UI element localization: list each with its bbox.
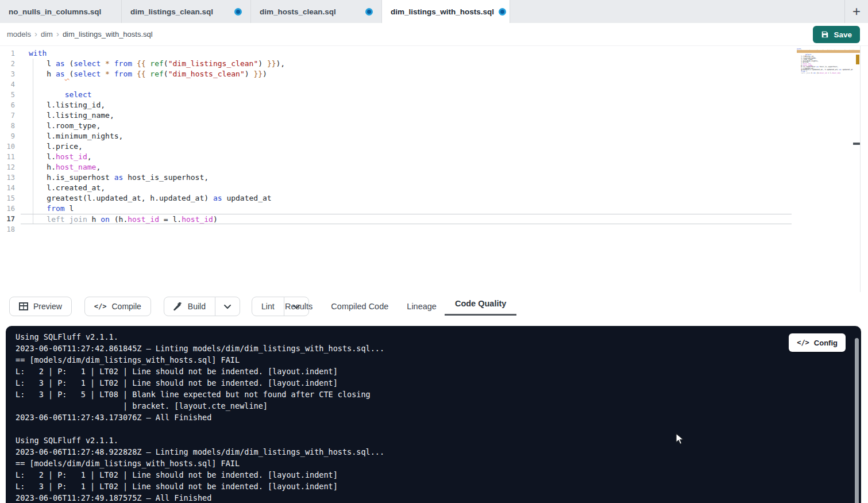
build-split-button: Build xyxy=(164,297,240,316)
code-line[interactable]: 15 greatest(l.updated_at, h.updated_at) … xyxy=(0,193,868,203)
code-text: l.minimum_nights, xyxy=(21,131,792,141)
build-dropdown-button[interactable] xyxy=(215,297,240,316)
terminal-line: 2023-06-06T11:27:48.922828Z — Linting mo… xyxy=(16,446,861,458)
lint-label: Lint xyxy=(261,302,275,311)
terminal-line: Using SQLFluff v2.1.1. xyxy=(16,435,861,446)
line-number: 8 xyxy=(0,121,21,131)
code-line[interactable]: 4 xyxy=(0,79,868,90)
terminal-line: 2023-06-06T11:27:42.861845Z — Linting mo… xyxy=(16,343,861,354)
line-number: 16 xyxy=(0,203,21,214)
chevron-right-icon: › xyxy=(56,29,59,39)
code-line[interactable]: 3 h as (select * from {{ ref("dim_hosts_… xyxy=(0,69,868,79)
code-editor[interactable]: 1with2 l as (select * from {{ ref("dim_l… xyxy=(0,46,868,292)
code-area[interactable]: 1with2 l as (select * from {{ ref("dim_l… xyxy=(0,46,868,235)
terminal-line: 2023-06-06T11:27:43.173076Z — All Finish… xyxy=(16,412,861,423)
code-line[interactable]: 14 l.created_at, xyxy=(0,183,868,193)
panel-tab-results[interactable]: Results xyxy=(285,302,313,311)
terminal-line: L: 3 | P: 5 | LT08 | Blank line expected… xyxy=(16,389,861,400)
code-text: left join h on (h.host_id = l.host_id) xyxy=(21,214,792,224)
breadcrumb-item: models xyxy=(7,30,31,39)
line-number: 18 xyxy=(0,224,21,235)
tab-label: dim_listings_with_hosts.sql xyxy=(391,7,494,16)
breadcrumb: models›dim›dim_listings_with_hosts.sql xyxy=(7,29,153,39)
unsaved-changes-icon[interactable] xyxy=(499,8,506,16)
code-text: l.created_at, xyxy=(21,183,792,193)
scrollbar-lint-mark xyxy=(856,55,859,64)
panel-tab-code-quality[interactable]: Code Quality xyxy=(455,299,506,308)
line-number: 1 xyxy=(0,48,21,59)
code-text: h as (select * from {{ ref("dim_hosts_cl… xyxy=(21,69,792,79)
line-number: 13 xyxy=(0,172,21,183)
code-text: l.room_type, xyxy=(21,121,792,131)
terminal-line: Using SQLFluff v2.1.1. xyxy=(16,331,861,343)
compile-label: Compile xyxy=(111,302,141,311)
code-line[interactable]: 13 h.is_superhost as host_is_superhost, xyxy=(0,172,868,183)
lint-button[interactable]: Lint xyxy=(252,297,284,316)
tab-label: dim_hosts_clean.sql xyxy=(260,7,336,16)
line-number: 6 xyxy=(0,100,21,110)
code-line[interactable]: 12 h.host_name, xyxy=(0,162,868,172)
terminal-scrollbar[interactable] xyxy=(855,338,859,503)
table-grid-icon xyxy=(19,302,28,310)
code-line[interactable]: 18 xyxy=(0,224,868,235)
line-number: 14 xyxy=(0,183,21,193)
terminal-panel[interactable]: Using SQLFluff v2.1.1.2023-06-06T11:27:4… xyxy=(6,326,861,503)
code-text: greatest(l.updated_at, h.updated_at) as … xyxy=(21,193,792,203)
code-text: from l xyxy=(21,203,792,214)
terminal-line: 2023-06-06T11:27:49.187575Z — All Finish… xyxy=(16,492,861,503)
line-number: 4 xyxy=(0,79,21,90)
line-number: 10 xyxy=(0,141,21,152)
tab-bar: no_nulls_in_columns.sqldim_listings_clea… xyxy=(0,0,868,23)
code-line[interactable]: 10 l.price, xyxy=(0,141,868,152)
save-button-label: Save xyxy=(834,30,852,39)
code-text: h.host_name, xyxy=(21,162,792,172)
save-button[interactable]: Save xyxy=(813,26,860,43)
code-line[interactable]: 5 select xyxy=(0,90,868,100)
code-text: l.price, xyxy=(21,141,792,152)
code-line[interactable]: 7 l.listing_name, xyxy=(0,110,868,121)
code-line[interactable]: 1with xyxy=(0,48,868,59)
unsaved-changes-icon[interactable] xyxy=(234,8,242,16)
config-button[interactable]: </> Config xyxy=(789,333,846,352)
line-number: 17 xyxy=(0,214,21,224)
preview-button[interactable]: Preview xyxy=(9,297,72,316)
editor-tab[interactable]: dim_listings_with_hosts.sql xyxy=(382,0,510,23)
config-label: Config xyxy=(814,339,838,347)
code-line[interactable]: 16 from l xyxy=(0,203,868,214)
terminal-output: Using SQLFluff v2.1.1.2023-06-06T11:27:4… xyxy=(6,326,861,503)
code-text: l as (select * from {{ ref("dim_listings… xyxy=(21,59,792,69)
scrollbar-cursor-mark xyxy=(853,143,860,145)
compile-button[interactable]: </> Compile xyxy=(84,297,151,316)
line-number: 12 xyxy=(0,162,21,172)
build-button[interactable]: Build xyxy=(164,297,215,316)
code-text xyxy=(21,224,792,235)
new-tab-button[interactable]: + xyxy=(844,0,868,23)
panel-tab-lineage[interactable]: Lineage xyxy=(407,302,437,311)
tab-label: dim_listings_clean.sql xyxy=(130,7,213,16)
unsaved-changes-icon[interactable] xyxy=(365,8,373,16)
breadcrumb-item: dim_listings_with_hosts.sql xyxy=(63,30,153,39)
code-text: with xyxy=(21,48,792,59)
panel-tabs: ResultsCompiled CodeLineageCode Quality xyxy=(285,292,506,321)
line-number: 15 xyxy=(0,193,21,203)
code-line[interactable]: 2 l as (select * from {{ ref("dim_listin… xyxy=(0,59,868,69)
code-line[interactable]: 11 l.host_id, xyxy=(0,152,868,162)
minimap[interactable]: with l as (select * from {{ ref("dim_lis… xyxy=(797,48,860,76)
chevron-right-icon: › xyxy=(34,29,37,39)
code-line[interactable]: 9 l.minimum_nights, xyxy=(0,131,868,141)
editor-scrollbar[interactable] xyxy=(860,46,868,292)
hammer-icon xyxy=(173,302,183,311)
terminal-line: == [models/dim/dim_listings_with_hosts.s… xyxy=(16,354,861,366)
code-line[interactable]: 17 left join h on (h.host_id = l.host_id… xyxy=(0,214,868,224)
breadcrumb-row: models›dim›dim_listings_with_hosts.sql S… xyxy=(0,23,868,46)
code-line[interactable]: 6 l.listing_id, xyxy=(0,100,868,110)
code-line[interactable]: 8 l.room_type, xyxy=(0,121,868,131)
line-number: 2 xyxy=(0,59,21,69)
breadcrumb-item: dim xyxy=(41,30,53,39)
editor-tab[interactable]: no_nulls_in_columns.sql xyxy=(0,0,122,23)
editor-tab[interactable]: dim_listings_clean.sql xyxy=(122,0,251,23)
line-number: 7 xyxy=(0,110,21,121)
panel-tab-compiled-code[interactable]: Compiled Code xyxy=(331,302,388,311)
editor-tab[interactable]: dim_hosts_clean.sql xyxy=(251,0,382,23)
tab-bar-tabs: no_nulls_in_columns.sqldim_listings_clea… xyxy=(0,0,510,23)
